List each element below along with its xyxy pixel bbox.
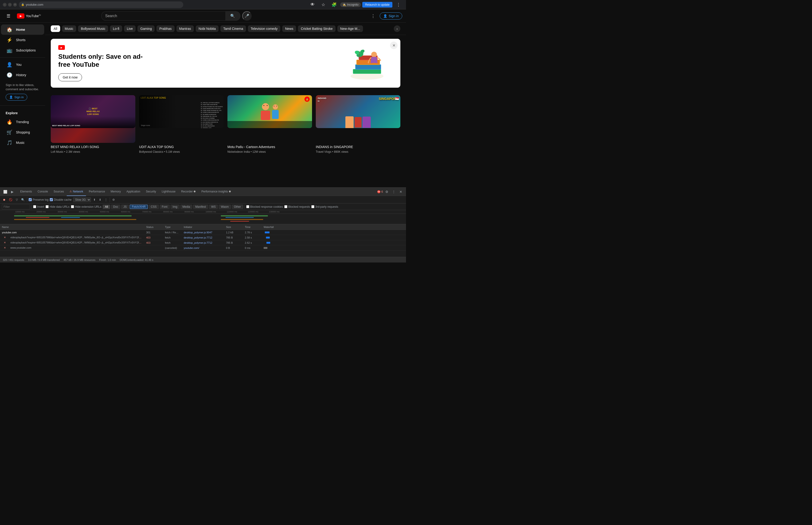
filter-chip-newage[interactable]: New-Age M...	[337, 25, 363, 32]
filter-chip-img[interactable]: Img	[171, 205, 180, 209]
filter-input[interactable]	[2, 204, 30, 209]
hide-data-urls-input[interactable]	[46, 205, 49, 208]
devtools-settings-btn[interactable]: ⚙	[383, 189, 390, 195]
devtools-tab-memory[interactable]: Memory	[108, 188, 124, 196]
devtools-tab-sources[interactable]: Sources	[51, 188, 67, 196]
export-btn[interactable]: ⬇	[98, 198, 102, 202]
filter-chip-manifest[interactable]: Manifest	[193, 205, 208, 209]
devtools-tab-lighthouse[interactable]: Lighthouse	[159, 188, 178, 196]
filter-chip-all[interactable]: All	[51, 25, 60, 32]
filter-chip-wasm[interactable]: Wasm	[219, 205, 231, 209]
star-icon-btn[interactable]: ☆	[319, 0, 328, 10]
filter-chip-live[interactable]: Live	[124, 25, 136, 32]
devtools-tab-perf-insights[interactable]: Performance insights ⬟	[199, 188, 234, 196]
filter-chip-music[interactable]: Music	[62, 25, 76, 32]
table-row[interactable]: ✕ videoplayback?expire=9051057986&ei=whm…	[0, 235, 406, 240]
disable-cache-input[interactable]	[50, 198, 53, 201]
devtools-tab-security[interactable]: Security	[143, 188, 159, 196]
filter-chip-tvcomedy[interactable]: Television comedy	[248, 25, 280, 32]
col-status[interactable]: Status	[144, 226, 163, 228]
filter-toggle-btn[interactable]: ▽	[15, 198, 19, 202]
filter-chip-js[interactable]: JS	[121, 205, 129, 209]
col-size[interactable]: Size	[224, 226, 243, 228]
filter-chip-ws[interactable]: WS	[209, 205, 218, 209]
filter-chip-tamil[interactable]: Tamil Cinema	[220, 25, 246, 32]
video-card-3[interactable]: 🔒 Motu Patlu - Cartoon Adventures Nickel…	[227, 95, 312, 153]
third-party-input[interactable]	[311, 205, 315, 208]
clear-btn[interactable]: 🚫	[8, 198, 13, 202]
filter-chip-css[interactable]: CSS	[149, 205, 159, 209]
filter-chip-fetch[interactable]: Fetch/XHR	[130, 205, 148, 209]
table-row[interactable]: ✕ www.youtube.com (canceled) youtube.com…	[0, 245, 406, 251]
hamburger-menu-btn[interactable]: ☰	[4, 11, 13, 21]
preserve-log-input[interactable]	[29, 198, 32, 201]
row4-initiator[interactable]: youtube.com/	[182, 246, 224, 249]
filter-next-btn[interactable]: ›	[394, 25, 400, 32]
filter-chip-doc[interactable]: Doc	[111, 205, 120, 209]
filter-chip-prabhas[interactable]: Prabhas	[156, 25, 174, 32]
devtools-elements-icon[interactable]: ⬜	[2, 189, 9, 195]
browser-menu-btn[interactable]: ⋮	[394, 0, 403, 10]
row3-initiator[interactable]: desktop_polymer.js:7712	[182, 241, 224, 244]
sidebar-item-history[interactable]: 🕐 History	[1, 70, 44, 80]
sidebar-item-trending[interactable]: 🔥 Trending	[1, 117, 44, 127]
devtools-close-btn[interactable]: ✕	[398, 189, 404, 195]
sidebar-item-music[interactable]: 🎵 Music	[1, 137, 44, 148]
more-options-btn[interactable]: ⋮	[368, 11, 378, 21]
filter-chip-bollywood[interactable]: Bollywood Music	[78, 25, 108, 32]
invert-checkbox[interactable]: Invert	[33, 205, 44, 208]
premium-close-btn[interactable]: ✕	[390, 42, 398, 49]
devtools-tab-elements[interactable]: Elements	[17, 188, 35, 196]
hide-data-urls-checkbox[interactable]: Hide data URLs	[46, 205, 70, 208]
third-party-checkbox[interactable]: 3rd-party requests	[311, 205, 338, 208]
disable-cache-checkbox[interactable]: Disable cache	[50, 198, 72, 201]
filter-chip-media[interactable]: Media	[181, 205, 193, 209]
eye-icon-btn[interactable]: 👁	[308, 0, 317, 10]
sidebar-item-you[interactable]: 👤 You	[1, 59, 44, 70]
search-button[interactable]: 🔍	[225, 11, 240, 21]
filter-chip-lofi[interactable]: Lo-fi	[110, 25, 122, 32]
filter-chip-cricket[interactable]: Cricket Batting Stroke	[298, 25, 335, 32]
row2-initiator[interactable]: desktop_polymer.js:7712	[182, 236, 224, 239]
filter-chip-news[interactable]: News	[282, 25, 296, 32]
forward-button[interactable]: →	[8, 3, 12, 6]
relaunch-button[interactable]: Relaunch to update	[362, 2, 393, 7]
table-row[interactable]: youtube.com 301 fetch / Redirect desktop…	[0, 230, 406, 235]
col-type[interactable]: Type	[163, 226, 182, 228]
youtube-logo[interactable]: YouTubeIN	[17, 13, 41, 18]
extensions-btn[interactable]: 🧩	[330, 0, 339, 10]
search-input[interactable]	[101, 11, 225, 21]
sidebar-item-home[interactable]: 🏠 Home	[1, 25, 44, 35]
video-card-1[interactable]: 🎧 BESTMIND RELAXLOFI SONG BEST MIND RELA…	[51, 95, 135, 153]
devtools-tab-network[interactable]: ⚠ Network	[67, 188, 86, 196]
col-waterfall[interactable]: Waterfall	[262, 226, 406, 228]
address-bar[interactable]: 🔒 youtube.com	[19, 1, 183, 8]
import-btn[interactable]: ⬆	[92, 198, 96, 202]
more-toolbar-btn[interactable]: ⋮	[104, 198, 108, 202]
devtools-console-icon[interactable]: ▶	[9, 189, 16, 195]
sidebar-item-subscriptions[interactable]: 📺 Subscriptions	[1, 45, 44, 56]
preserve-log-checkbox[interactable]: Preserve log	[29, 198, 48, 201]
throttle-select[interactable]: Slow 3G	[73, 197, 91, 202]
video-card-4[interactable]: INDIANSin SINGAPORE 🇸🇬 INDIANS in SINGAP…	[316, 95, 400, 153]
back-button[interactable]: ←	[3, 3, 6, 6]
devtools-tab-recorder[interactable]: Recorder ⬟	[178, 188, 199, 196]
refresh-button[interactable]: ×	[13, 3, 17, 6]
hide-ext-urls-checkbox[interactable]: Hide extension URLs	[71, 205, 102, 208]
invert-input[interactable]	[33, 205, 36, 208]
settings-row-btn[interactable]: ⚙	[111, 198, 116, 202]
filter-chip-other[interactable]: Other	[232, 205, 243, 209]
premium-cta-button[interactable]: Get it now	[58, 73, 82, 81]
video-card-2[interactable]: UDIT ALKA TOP SONG 01. HAR DIL JO PYAR K…	[139, 95, 224, 153]
sidebar-item-shorts[interactable]: ⚡ Shorts	[1, 35, 44, 45]
filter-chip-all[interactable]: All	[103, 205, 110, 209]
filter-chip-nobi[interactable]: Nobi Nobita	[196, 25, 218, 32]
blocked-cookies-input[interactable]	[246, 205, 249, 208]
search-btn[interactable]: 🔍	[20, 198, 26, 202]
signin-button[interactable]: 👤 Sign in	[380, 13, 402, 19]
devtools-tab-application[interactable]: Application	[124, 188, 143, 196]
filter-chip-font[interactable]: Font	[160, 205, 170, 209]
hide-ext-urls-input[interactable]	[71, 205, 74, 208]
record-btn[interactable]: ⏺	[2, 198, 6, 202]
col-time[interactable]: Time	[243, 226, 262, 228]
